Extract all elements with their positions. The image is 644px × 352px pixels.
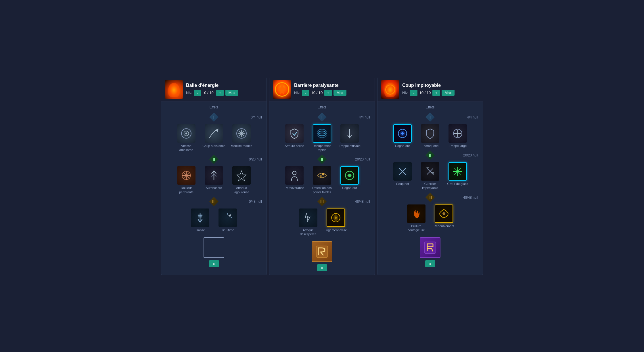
ability-transe[interactable]: Transe: [189, 208, 212, 232]
level-minus-button[interactable]: -: [302, 90, 309, 96]
level-minus-button[interactable]: -: [410, 90, 417, 96]
ability-icon-frappe-large[interactable]: [448, 124, 467, 143]
level-value: 10 / 10: [311, 91, 323, 95]
ability-icon-mobilite[interactable]: [232, 124, 251, 143]
x-button[interactable]: x: [209, 260, 219, 267]
ability-cogne-dur-g[interactable]: Cogne-dur: [338, 166, 361, 190]
skill-header-barriere-paralysante: Barrière paralysante Niv. - 10 / 10 + Ma…: [269, 77, 375, 102]
ability-icon-surenchere[interactable]: [205, 166, 223, 185]
ability-icon-cogne-dur-b[interactable]: [393, 124, 412, 143]
tier-count-III: 48/48 null: [355, 200, 370, 204]
ability-frappe-large[interactable]: Frappe large: [446, 124, 469, 148]
tier-section-III: III 0/48 null Transe Tir ultime: [166, 197, 262, 232]
ability-icon-tir-ultime[interactable]: [218, 208, 237, 227]
tier-section-III: III 48/48 null Brûlure contagieuse Redou…: [382, 193, 478, 232]
ability-label-transe: Transe: [195, 228, 205, 232]
empty-rune-box[interactable]: [204, 237, 224, 258]
ability-icon-brulure[interactable]: [407, 204, 425, 223]
svg-rect-13: [198, 215, 203, 215]
ability-icon-guerrier[interactable]: [421, 162, 439, 181]
skill-header-coup-impitoyable: Coup impitoyable Niv. - 10 / 10 + Max: [377, 77, 483, 102]
ability-icon-coup-net[interactable]: [393, 162, 412, 181]
ability-icon-coeur-glace[interactable]: [448, 162, 467, 181]
bottom-rune-area: x: [382, 237, 478, 267]
ability-label-vitesse: Vitesse améliorée: [175, 144, 198, 152]
ability-icon-transe[interactable]: [191, 208, 209, 227]
tier-icons-III: Brûlure contagieuse Redoublement: [382, 204, 478, 232]
level-max-button[interactable]: Max: [334, 90, 346, 96]
bottom-rune-area: x: [274, 241, 370, 271]
x-button[interactable]: x: [317, 264, 327, 271]
ability-redoublement[interactable]: Redoublement: [432, 204, 455, 228]
ability-attaque-desespere[interactable]: Attaque désespérée: [297, 208, 320, 236]
skill-panel-coup-impitoyable: Coup impitoyable Niv. - 10 / 10 + Max Ef…: [377, 77, 483, 275]
ability-icon-perseverance[interactable]: [285, 166, 304, 185]
tier-badge-III: III: [425, 193, 435, 202]
ability-brulure[interactable]: Brûlure contagieuse: [405, 204, 428, 232]
svg-point-18: [293, 171, 296, 175]
ability-icon-cogne-dur-g[interactable]: [340, 166, 359, 185]
skill-title: Coup impitoyable: [402, 83, 455, 88]
ability-icon-douleur[interactable]: [177, 166, 195, 185]
effects-label: Effets: [382, 105, 478, 109]
ability-cogne-dur-b[interactable]: Cogne-dur: [391, 124, 414, 148]
tier-count-I: 4/4 null: [359, 115, 370, 119]
svg-point-22: [348, 174, 351, 177]
ability-icon-detection[interactable]: [313, 166, 331, 185]
level-minus-button[interactable]: -: [194, 90, 201, 96]
level-max-button[interactable]: Max: [225, 90, 238, 96]
ability-label-guerrier: Guerrier impitoyable: [419, 182, 442, 190]
ability-icon-recuperation[interactable]: [313, 124, 331, 143]
level-plus-button[interactable]: +: [324, 90, 332, 96]
ability-frappe-efficace[interactable]: Frappe efficace: [338, 124, 361, 148]
svg-point-39: [457, 170, 459, 173]
ability-label-surenchere: Surenchère: [206, 186, 222, 190]
level-label: Niv.: [402, 91, 408, 95]
ability-vitesse[interactable]: Vitesse améliorée: [175, 124, 198, 152]
tier-icons-III: Attaque désespérée Jugement avisé: [274, 208, 370, 236]
ability-detection[interactable]: Détection des points faibles: [310, 166, 334, 194]
ability-douleur[interactable]: Douleur perforante: [175, 166, 198, 194]
skill-level-row: Niv. - 10 / 10 + Max: [402, 90, 455, 96]
level-plus-button[interactable]: +: [432, 90, 440, 96]
ability-mobilite[interactable]: Mobilité réduite: [230, 124, 253, 148]
tier-icons-I: Armure solide Récupération rapide Frappe…: [274, 124, 370, 152]
skill-panels-container: Balle d'énergie Niv. - 0 / 10 + Max Effe…: [161, 77, 483, 275]
ability-label-attaque-desespere: Attaque désespérée: [297, 228, 320, 236]
ability-tir-ultime[interactable]: Tir ultime: [216, 208, 239, 232]
ability-icon-attaque-vig[interactable]: [232, 166, 251, 185]
x-button[interactable]: x: [425, 260, 435, 267]
ability-icon-armure-solide[interactable]: [285, 124, 304, 143]
tier-count-III: 0/48 null: [249, 200, 262, 204]
skill-title-area: Barrière paralysante Niv. - 10 / 10 + Ma…: [294, 83, 346, 96]
tier-icons-III: Transe Tir ultime: [166, 208, 262, 232]
ability-icon-jugement[interactable]: [327, 208, 345, 227]
ability-label-mobilite: Mobilité réduite: [231, 144, 252, 148]
ability-armure-solide[interactable]: Armure solide: [283, 124, 306, 148]
ability-icon-vitesse[interactable]: [177, 124, 195, 143]
ability-recuperation[interactable]: Récupération rapide: [310, 124, 334, 152]
ability-guerrier[interactable]: Guerrier impitoyable: [419, 162, 442, 190]
tier-icons-I: Cogne-dur Escroquerie Frappe large: [382, 124, 478, 148]
ability-icon-coup-distance[interactable]: [205, 124, 223, 143]
rune-icon-1[interactable]: [312, 241, 332, 262]
ability-icon-escroquerie[interactable]: [421, 124, 439, 143]
rune-icon-2[interactable]: [420, 237, 440, 258]
ability-jugement[interactable]: Jugement avisé: [324, 208, 347, 232]
ability-surenchere[interactable]: Surenchère: [202, 166, 225, 190]
tier-badge-II: II: [425, 151, 435, 160]
ability-icon-attaque-desespere[interactable]: [299, 208, 317, 227]
ability-attaque-vig[interactable]: Attaque vigoureuse: [230, 166, 253, 194]
ability-coup-net[interactable]: Coup net: [391, 162, 414, 186]
ability-coeur-glace[interactable]: Cœur de glace: [446, 162, 469, 186]
level-plus-button[interactable]: +: [216, 90, 224, 96]
level-value: 0 / 10: [203, 91, 214, 95]
ability-escroquerie[interactable]: Escroquerie: [419, 124, 442, 148]
level-max-button[interactable]: Max: [442, 90, 455, 96]
ability-perseverance[interactable]: Persévérance: [283, 166, 306, 190]
ability-icon-frappe-efficace[interactable]: [340, 124, 359, 143]
ability-icon-redoublement[interactable]: [435, 204, 453, 223]
ability-label-perseverance: Persévérance: [285, 186, 304, 190]
tier-section-II: II 0/20 null Douleur perforante Surenchè…: [166, 155, 262, 194]
ability-coup-distance[interactable]: Coup à distance: [202, 124, 225, 148]
